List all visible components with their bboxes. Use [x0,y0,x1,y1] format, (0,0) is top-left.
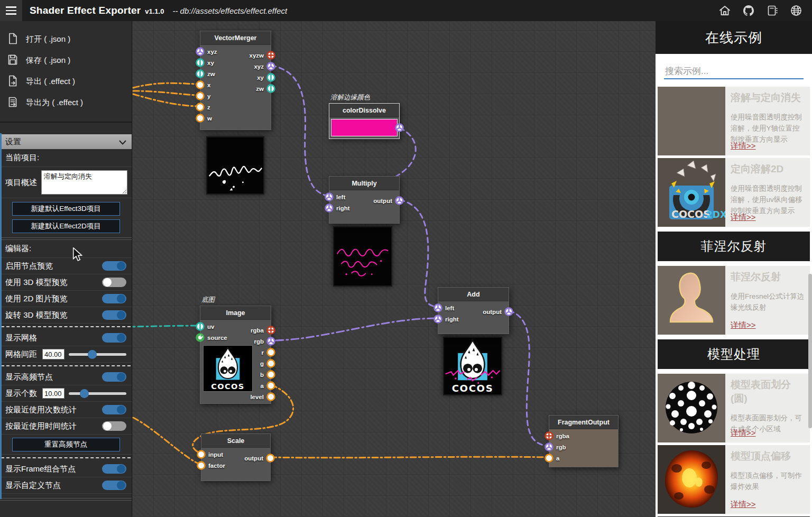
input-port-xyz[interactable] [196,47,205,56]
input-port-rgb[interactable] [545,442,553,451]
node-colordissolve[interactable]: 溶解边缘颜色colorDissolve (Color3) [329,103,400,139]
node-canvas[interactable]: VectorMergerxyzxyzwxyzwxyzwxyzxyzw溶解边缘颜色… [132,21,656,517]
toggle-switch[interactable] [102,405,126,414]
reset-hot-nodes-button[interactable]: 重置高频节点 [12,438,120,451]
example-title: 溶解与定向消失 [731,91,805,105]
example-card[interactable]: 溶解与定向消失 使用噪音图透明度控制溶解，使用Y轴位置控制按垂直方向显示 详情>… [658,87,810,155]
input-port-xy[interactable] [196,58,205,67]
output-port-value[interactable] [395,123,404,132]
input-port-w[interactable] [196,114,205,123]
category-header[interactable]: 菲涅尔反射 [658,232,810,261]
toggle-switch[interactable] [102,278,126,287]
input-port-rgba[interactable] [545,431,553,440]
slider[interactable] [69,389,126,398]
port-row: rgb [545,441,569,453]
input-port-a[interactable] [545,454,553,463]
menu-item-4[interactable]: 导出为 ( .effect ) [0,92,132,113]
toggle-switch[interactable] [102,372,126,382]
input-port-factor[interactable] [197,461,206,470]
toggle-switch[interactable] [102,261,126,271]
details-link[interactable]: 详情>> [731,213,756,223]
output-port-r[interactable] [266,348,275,357]
category-header[interactable]: 模型处理 [658,339,810,369]
input-port-z[interactable] [196,103,205,112]
value-input[interactable] [42,349,64,359]
example-info: 定向溶解2D 使用噪音图透明度控制溶解，使用uv纵向偏移控制按垂直方向显示 详情… [725,158,810,227]
button-row: 重置高频节点 [0,435,132,455]
value-input[interactable] [42,388,64,399]
input-port-right[interactable] [325,204,334,213]
menu-item-2[interactable]: 保存 ( .json ) [0,50,132,71]
example-card[interactable]: 模型表面划分(圆) 模型表面圆形划分，可生成多个小区域 详情>> [658,374,810,442]
input-port-zw[interactable] [196,69,205,78]
output-port-a[interactable] [266,381,275,390]
color-swatch[interactable] [331,119,398,136]
example-card[interactable]: 模型顶点偏移 模型顶点偏移，可制作爆炸效果 详情>> [658,445,810,514]
output-port-output[interactable] [504,307,513,316]
output-port-xyzw[interactable] [266,51,275,60]
project-desc-input[interactable]: 溶解与定向消失 [41,170,127,195]
home-icon[interactable] [718,4,731,17]
current-project-label: 当前项目: [0,149,132,167]
setting-row: 启用节点预览 [0,258,132,274]
toggle-switch[interactable] [102,464,126,474]
port-row: r [262,347,275,358]
output-port-xy[interactable] [266,73,275,82]
menu-item-1[interactable]: 打开 ( .json ) [0,29,132,50]
example-description: 模型顶点偏移，可制作爆炸效果 [731,470,805,493]
node-fragmentoutput[interactable]: FragmentOutputrgbargba [549,415,619,467]
menu-item-3[interactable]: 导出 ( .effect ) [0,71,132,92]
example-card[interactable]: COCOS 2DX 定向溶解2D 使用噪音图透明度控制溶解，使用uv纵向偏移控制… [658,158,810,227]
menu-icon[interactable] [0,0,22,21]
input-port-right[interactable] [433,315,442,324]
toggle-switch[interactable] [102,310,126,320]
details-link[interactable]: 详情>> [731,500,756,510]
node-multiply[interactable]: Multiplyleftrightoutput [329,176,400,224]
node-add[interactable]: Addleftrightoutput [438,287,509,334]
details-link[interactable]: 详情>> [731,428,756,438]
details-link[interactable]: 详情>> [731,320,756,330]
input-port-left[interactable] [325,192,334,201]
input-port-source[interactable] [196,333,205,342]
toggle-switch[interactable] [102,481,126,490]
input-port-uv[interactable] [196,322,205,331]
setting-label: 显示Frame组合节点 [5,464,76,474]
output-port-xyz[interactable] [266,62,275,71]
github-icon[interactable] [742,4,755,17]
output-port-level[interactable] [266,392,275,401]
output-port-b[interactable] [266,370,275,379]
details-link[interactable]: 详情>> [731,141,756,151]
output-port-output[interactable] [266,454,275,463]
input-port-y[interactable] [196,91,205,100]
category-title: 菲涅尔反射 [701,238,767,255]
output-port-rgb[interactable] [266,337,275,346]
input-port-input[interactable] [197,450,206,459]
output-port-output[interactable] [395,196,404,205]
scrollbar-thumb[interactable] [808,274,812,428]
example-card[interactable]: 菲涅尔反射 使用Fresnel公式计算边缘光线反射 详情>> [658,266,810,335]
search-input[interactable] [664,64,804,79]
node-vectormerger[interactable]: VectorMergerxyzxyzwxyzwxyzwxyzxyzw [200,31,271,130]
language-icon[interactable] [790,4,802,17]
settings-section-header[interactable]: 设置 [0,134,132,149]
new-effect3d-button[interactable]: 新建默认Effect3D项目 [12,202,120,216]
toggle-switch[interactable] [102,294,126,303]
node-image[interactable]: 底图Image COCOS uvsourcergbargbrgbalevel [200,306,271,404]
input-port-left[interactable] [433,303,442,312]
slider[interactable] [69,349,126,359]
slider-row: 显示个数 [0,385,132,402]
node-title: Multiply [329,177,399,190]
output-port-rgba[interactable] [266,326,275,335]
input-port-x[interactable] [196,80,205,89]
toggle-switch[interactable] [102,421,126,431]
port-label: a [261,383,264,389]
output-port-zw[interactable] [266,84,275,93]
example-description: 使用Fresnel公式计算边缘光线反射 [731,291,805,313]
toggle-switch[interactable] [102,333,126,343]
output-port-g[interactable] [266,359,275,368]
new-effect2d-button[interactable]: 新建默认Effect2D项目 [12,219,120,233]
setting-row: 显示高频节点 [0,369,132,385]
docs-icon[interactable] [766,4,779,17]
open-file-icon [7,33,18,46]
node-scale[interactable]: Scaleinputfactoroutput [201,433,271,481]
